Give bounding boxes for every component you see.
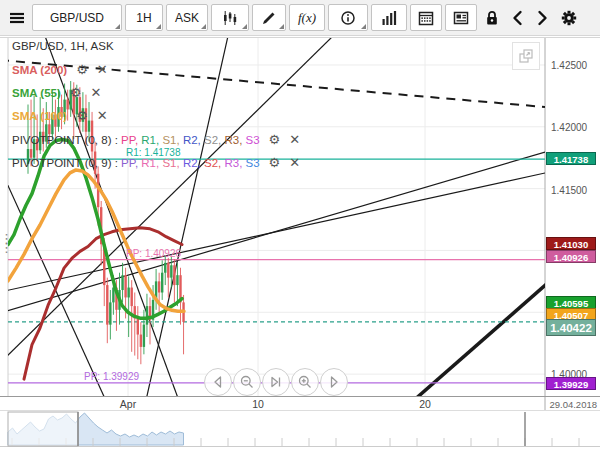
price-badge: 1.41030 bbox=[546, 237, 596, 250]
pivot-token-r1: R1, bbox=[141, 134, 162, 146]
pivot-line-label: PP: 1.39929 bbox=[84, 371, 139, 382]
pivot-label: PIVOTPOINT (0, 9) : bbox=[12, 157, 121, 169]
zoom-out-icon bbox=[239, 374, 255, 390]
price-badge: 1.40926 bbox=[546, 250, 596, 263]
pivot-remove-icon[interactable]: ✕ bbox=[289, 155, 300, 170]
pivot-token-pp: PP, bbox=[121, 134, 141, 146]
pivot-token-s1: S1, bbox=[162, 157, 182, 169]
legend-indicator-row: SMA (100)⚙✕ bbox=[12, 108, 108, 123]
price-axis-label: 1.41500 bbox=[551, 185, 587, 196]
price-badge: 1.39929 bbox=[546, 377, 596, 390]
indicator-remove-icon[interactable]: ✕ bbox=[97, 108, 108, 123]
price-badge: 1.40422 bbox=[546, 319, 596, 336]
axis-date-label: 29.04.2018 bbox=[549, 399, 597, 410]
x-axis-label: Apr bbox=[116, 398, 140, 410]
price-axis-label: 1.42000 bbox=[551, 122, 587, 133]
legend-pivot-row: PIVOTPOINT (0, 8) : PP, R1, S1, R2, S2, … bbox=[12, 132, 300, 147]
popout-icon bbox=[517, 47, 535, 65]
x-axis-label: 10 bbox=[246, 398, 270, 410]
pivot-token-r1: R1, bbox=[141, 157, 162, 169]
skip-end-button[interactable] bbox=[262, 368, 290, 396]
pan-right-button[interactable] bbox=[320, 368, 348, 396]
pivot-token-pp: PP, bbox=[121, 157, 141, 169]
pivot-token-s3: S3 bbox=[246, 134, 260, 146]
pivot-token-s3: S3 bbox=[246, 157, 260, 169]
indicator-remove-icon[interactable]: ✕ bbox=[90, 85, 101, 100]
navigator[interactable] bbox=[8, 412, 579, 446]
legend-pivot-row: PIVOTPOINT (0, 9) : PP, R1, S1, R2, S2, … bbox=[12, 155, 300, 170]
price-badge: 1.41738 bbox=[546, 152, 596, 165]
pivot-label: PIVOTPOINT (0, 8) : bbox=[12, 134, 121, 146]
pivot-line-label: PP: 1.40926 bbox=[126, 248, 181, 259]
indicator-label: SMA (55) bbox=[12, 87, 61, 99]
pivot-token-s2: S2, bbox=[204, 157, 224, 169]
indicator-label: SMA (100) bbox=[12, 110, 67, 122]
indicator-label: SMA (200) bbox=[12, 64, 67, 76]
pan-left-icon bbox=[210, 374, 226, 390]
navigator-masked-region bbox=[8, 412, 78, 446]
pivot-level-lines bbox=[8, 159, 545, 383]
pivot-token-r3: R3, bbox=[224, 157, 245, 169]
pan-right-icon bbox=[326, 374, 342, 390]
zoom-out-button[interactable] bbox=[233, 368, 261, 396]
pivot-settings-icon[interactable]: ⚙ bbox=[269, 132, 281, 147]
pivot-token-s2: S2, bbox=[204, 134, 224, 146]
pivot-token-r3: R3, bbox=[224, 134, 245, 146]
popout-button[interactable] bbox=[512, 42, 540, 70]
indicator-settings-icon[interactable]: ⚙ bbox=[70, 85, 82, 100]
skip-end-icon bbox=[268, 374, 284, 390]
indicator-settings-icon[interactable]: ⚙ bbox=[76, 108, 88, 123]
pan-left-button[interactable] bbox=[204, 368, 232, 396]
zoom-in-button[interactable] bbox=[291, 368, 319, 396]
legend-indicator-row: SMA (55)⚙✕ bbox=[12, 85, 101, 100]
pivot-token-r2: R2, bbox=[183, 157, 204, 169]
x-axis-label: 20 bbox=[413, 398, 437, 410]
pivot-token-s1: S1, bbox=[162, 134, 182, 146]
trading-chart-app: GBP/USD1HASKf(x) GBP/USD, 1H, ASK SMA (2… bbox=[0, 0, 600, 454]
chart-title: GBP/USD, 1H, ASK bbox=[12, 40, 114, 52]
pivot-remove-icon[interactable]: ✕ bbox=[289, 132, 300, 147]
price-axis-label: 1.42500 bbox=[551, 60, 587, 71]
pivot-settings-icon[interactable]: ⚙ bbox=[269, 155, 281, 170]
indicator-remove-icon[interactable]: ✕ bbox=[97, 62, 108, 77]
pivot-token-r2: R2, bbox=[183, 134, 204, 146]
chart-drag-handle[interactable]: ⋮⋮ bbox=[0, 234, 9, 262]
zoom-in-icon bbox=[297, 374, 313, 390]
indicator-settings-icon[interactable]: ⚙ bbox=[76, 62, 88, 77]
legend-indicator-row: SMA (200)⚙✕ bbox=[12, 62, 108, 77]
